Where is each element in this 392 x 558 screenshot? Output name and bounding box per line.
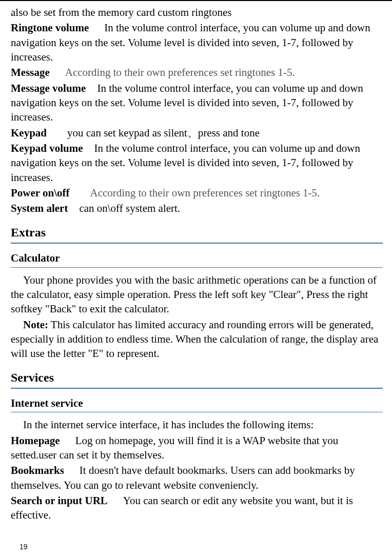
homepage-label: Homepage xyxy=(11,434,60,447)
keypad-volume-label: Keypad volume xyxy=(11,142,83,154)
message-volume-label: Message volume xyxy=(11,82,86,94)
keypad-volume-item: Keypad volumeIn the volume control inter… xyxy=(11,141,383,185)
power-label: Power on\off xyxy=(11,187,70,199)
search-item: Search or input URLYou can search or edi… xyxy=(11,493,383,523)
keypad-text: you can set keypad as silent、press and t… xyxy=(67,127,260,139)
power-item: Power on\offAccording to their own prefe… xyxy=(11,186,383,200)
message-item: MessageAccording to their own preference… xyxy=(11,65,383,79)
message-text: According to their own preferences set r… xyxy=(65,66,295,78)
calculator-note-label: Note: xyxy=(23,318,48,331)
internet-rule xyxy=(11,412,383,412)
ringtone-volume-item: Ringtone volumeIn the volume control int… xyxy=(11,21,383,64)
keypad-label: Keypad xyxy=(11,127,47,139)
system-alert-text: can on\off system alert. xyxy=(79,202,180,214)
homepage-item: HomepageLog on homepage, you will find i… xyxy=(11,433,383,463)
system-alert-label: System alert xyxy=(11,202,68,214)
bookmarks-item: BookmarksIt doesn't have default bookmar… xyxy=(11,463,383,492)
calculator-para1: Your phone provides you with the basic a… xyxy=(11,273,383,316)
services-rule xyxy=(11,388,383,389)
message-label: Message xyxy=(11,66,50,78)
calculator-heading: Calculator xyxy=(11,251,383,265)
extras-rule xyxy=(11,243,383,244)
services-heading: Services xyxy=(11,369,383,386)
extras-heading: Extras xyxy=(11,224,383,241)
internet-intro: In the internet service interface, it ha… xyxy=(11,417,383,432)
power-text: According to their own preferences set r… xyxy=(90,187,320,199)
search-label: Search or input URL xyxy=(11,494,108,507)
calculator-note: Note: This calculator has limited accura… xyxy=(11,317,383,361)
page-number: 19 xyxy=(19,542,28,552)
ringtone-volume-label: Ringtone volume xyxy=(11,22,89,34)
internet-heading: Internet service xyxy=(11,396,383,410)
calculator-note-text: This calculator has limited accuracy and… xyxy=(11,318,378,360)
keypad-item: Keypadyou can set keypad as silent、press… xyxy=(11,126,383,140)
calculator-rule xyxy=(11,267,383,268)
system-alert-item: System alertcan on\off system alert. xyxy=(11,201,383,215)
message-volume-item: Message volumeIn the volume control inte… xyxy=(11,81,383,125)
intro-line: also be set from the memory card custom … xyxy=(11,5,383,19)
bookmarks-label: Bookmarks xyxy=(11,464,64,476)
